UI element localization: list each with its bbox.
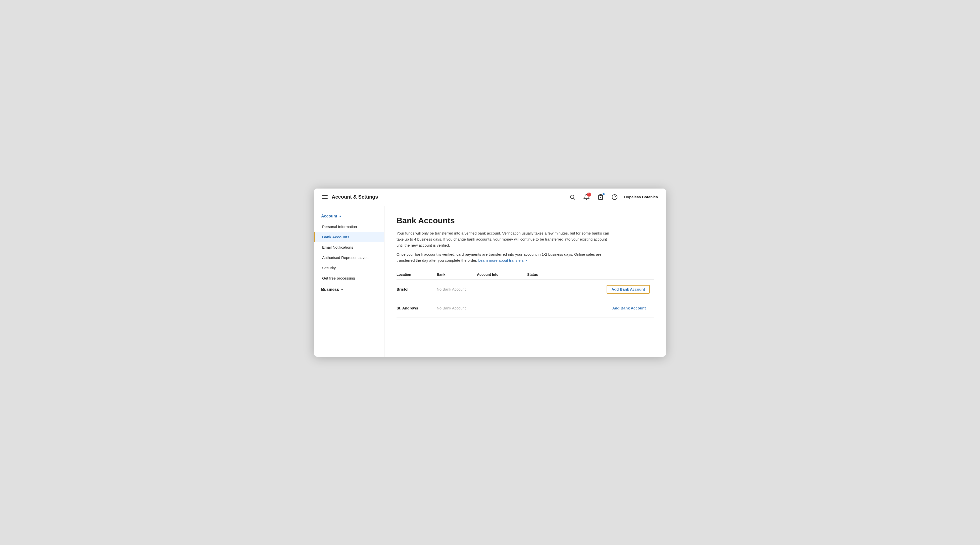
learn-more-link[interactable]: Learn more about transfers > bbox=[478, 258, 527, 263]
help-icon bbox=[612, 194, 618, 200]
add-bank-account-bristol-button[interactable]: Add Bank Account bbox=[606, 285, 650, 293]
account-section-header[interactable]: Account ▲ bbox=[314, 212, 384, 220]
clipboard-dot-badge bbox=[603, 193, 605, 195]
svg-point-0 bbox=[570, 195, 574, 199]
svg-rect-2 bbox=[600, 194, 601, 196]
row-bristol-location: Bristol bbox=[396, 279, 437, 299]
sidebar-item-email-notifications[interactable]: Email Notifications bbox=[314, 242, 384, 252]
clipboard-icon bbox=[598, 194, 604, 200]
row-bristol-bank: No Bank Account bbox=[437, 279, 477, 299]
sidebar-item-personal-information[interactable]: Personal Information bbox=[314, 222, 384, 232]
notification-badge: 1 bbox=[587, 193, 591, 197]
sidebar-item-authorised-representatives[interactable]: Authorised Representatives bbox=[314, 252, 384, 263]
column-header-status: Status bbox=[527, 269, 567, 280]
row-standrews-action: Add Bank Account bbox=[567, 299, 654, 317]
description-paragraph-2: Once your bank account is verified, card… bbox=[396, 252, 612, 263]
header-right: 1 Hopeless Botanics bbox=[568, 193, 658, 202]
page-title: Bank Accounts bbox=[396, 216, 654, 225]
search-icon bbox=[570, 194, 576, 200]
column-header-action bbox=[567, 269, 654, 280]
search-button[interactable] bbox=[568, 193, 577, 202]
app-window: Account & Settings 1 bbox=[314, 188, 666, 357]
help-button[interactable] bbox=[610, 193, 619, 202]
row-bristol-status bbox=[527, 279, 567, 299]
business-chevron-down-icon: ▼ bbox=[340, 288, 344, 292]
business-section-label: Business bbox=[321, 287, 339, 292]
user-name[interactable]: Hopeless Botanics bbox=[624, 195, 658, 199]
svg-line-1 bbox=[573, 198, 575, 199]
sidebar-item-get-free-processing[interactable]: Get free processing bbox=[314, 273, 384, 283]
table-header-row: Location Bank Account Info Status bbox=[396, 269, 654, 280]
table-row: St. Andrews No Bank Account Add Bank Acc… bbox=[396, 299, 654, 317]
row-bristol-action: Add Bank Account bbox=[567, 279, 654, 299]
row-standrews-location: St. Andrews bbox=[396, 299, 437, 317]
business-section-header[interactable]: Business ▼ bbox=[314, 284, 384, 295]
sidebar-item-security[interactable]: Security bbox=[314, 263, 384, 273]
table-row: Bristol No Bank Account Add Bank Account bbox=[396, 279, 654, 299]
sidebar-item-bank-accounts[interactable]: Bank Accounts bbox=[314, 232, 384, 242]
main-content: Bank Accounts Your funds will only be tr… bbox=[385, 206, 666, 357]
column-header-bank: Bank bbox=[437, 269, 477, 280]
add-bank-account-standrews-button[interactable]: Add Bank Account bbox=[608, 304, 650, 312]
hamburger-icon[interactable] bbox=[322, 195, 328, 199]
header-title: Account & Settings bbox=[332, 194, 378, 200]
clipboard-button[interactable] bbox=[596, 193, 605, 202]
column-header-location: Location bbox=[396, 269, 437, 280]
header: Account & Settings 1 bbox=[314, 188, 666, 206]
row-standrews-status bbox=[527, 299, 567, 317]
description-paragraph-1: Your funds will only be transferred into… bbox=[396, 230, 612, 249]
notifications-button[interactable]: 1 bbox=[582, 193, 591, 202]
account-chevron-up-icon: ▲ bbox=[339, 214, 342, 218]
body-layout: Account ▲ Personal Information Bank Acco… bbox=[314, 206, 666, 357]
row-standrews-bank: No Bank Account bbox=[437, 299, 477, 317]
column-header-account-info: Account Info bbox=[477, 269, 527, 280]
account-section-label: Account bbox=[321, 214, 337, 218]
row-bristol-account-info bbox=[477, 279, 527, 299]
sidebar: Account ▲ Personal Information Bank Acco… bbox=[314, 206, 385, 357]
row-standrews-account-info bbox=[477, 299, 527, 317]
bank-accounts-table: Location Bank Account Info Status Bristo… bbox=[396, 269, 654, 317]
header-left: Account & Settings bbox=[322, 194, 568, 200]
